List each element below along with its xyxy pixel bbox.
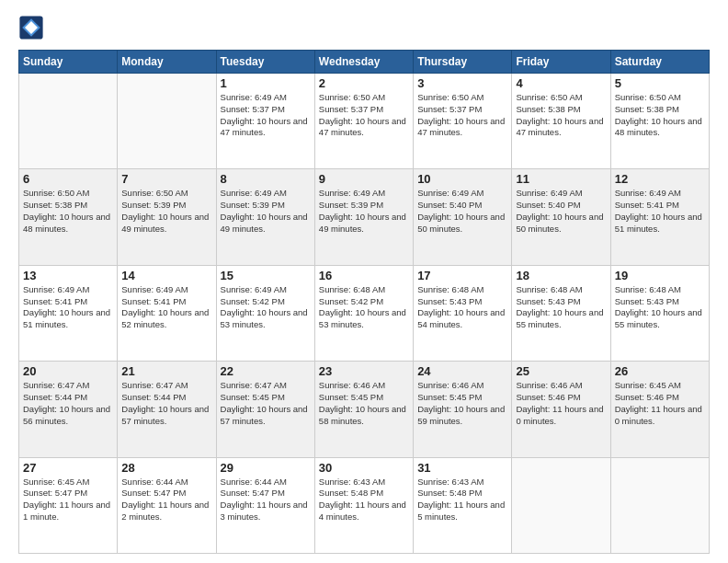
calendar-week-1: 1Sunrise: 6:49 AM Sunset: 5:37 PM Daylig… bbox=[19, 74, 710, 169]
calendar-cell: 18Sunrise: 6:48 AM Sunset: 5:43 PM Dayli… bbox=[512, 265, 610, 361]
logo bbox=[18, 15, 48, 40]
day-number: 1 bbox=[221, 76, 311, 90]
cell-text: Sunrise: 6:50 AM Sunset: 5:38 PM Dayligh… bbox=[23, 188, 113, 235]
day-number: 31 bbox=[417, 461, 507, 475]
cell-text: Sunrise: 6:46 AM Sunset: 5:45 PM Dayligh… bbox=[319, 380, 409, 427]
weekday-tuesday: Tuesday bbox=[216, 51, 314, 74]
cell-text: Sunrise: 6:49 AM Sunset: 5:41 PM Dayligh… bbox=[23, 284, 113, 331]
calendar-cell: 1Sunrise: 6:49 AM Sunset: 5:37 PM Daylig… bbox=[216, 74, 314, 169]
calendar-cell: 5Sunrise: 6:50 AM Sunset: 5:38 PM Daylig… bbox=[610, 74, 709, 169]
cell-text: Sunrise: 6:49 AM Sunset: 5:40 PM Dayligh… bbox=[417, 188, 507, 235]
calendar-week-4: 20Sunrise: 6:47 AM Sunset: 5:44 PM Dayli… bbox=[19, 362, 710, 457]
cell-text: Sunrise: 6:43 AM Sunset: 5:48 PM Dayligh… bbox=[417, 477, 507, 523]
calendar-cell: 3Sunrise: 6:50 AM Sunset: 5:37 PM Daylig… bbox=[414, 74, 512, 169]
calendar-cell: 6Sunrise: 6:50 AM Sunset: 5:38 PM Daylig… bbox=[19, 169, 118, 265]
weekday-monday: Monday bbox=[118, 51, 216, 74]
day-number: 10 bbox=[417, 172, 507, 186]
day-number: 14 bbox=[121, 269, 211, 282]
cell-text: Sunrise: 6:49 AM Sunset: 5:39 PM Dayligh… bbox=[221, 188, 311, 235]
day-number: 29 bbox=[221, 461, 311, 475]
cell-text: Sunrise: 6:49 AM Sunset: 5:37 PM Dayligh… bbox=[221, 92, 311, 139]
weekday-saturday: Saturday bbox=[610, 51, 709, 74]
day-number: 5 bbox=[615, 76, 705, 90]
calendar-cell bbox=[610, 457, 709, 553]
cell-text: Sunrise: 6:50 AM Sunset: 5:37 PM Dayligh… bbox=[319, 92, 409, 139]
day-number: 27 bbox=[23, 461, 113, 475]
day-number: 17 bbox=[417, 269, 507, 282]
generalblue-logo-icon bbox=[18, 15, 44, 40]
cell-text: Sunrise: 6:43 AM Sunset: 5:48 PM Dayligh… bbox=[319, 477, 409, 523]
day-number: 8 bbox=[221, 172, 311, 186]
cell-text: Sunrise: 6:49 AM Sunset: 5:42 PM Dayligh… bbox=[221, 284, 311, 331]
calendar-cell: 10Sunrise: 6:49 AM Sunset: 5:40 PM Dayli… bbox=[414, 169, 512, 265]
day-number: 11 bbox=[516, 172, 606, 186]
page: SundayMondayTuesdayWednesdayThursdayFrid… bbox=[0, 0, 728, 563]
day-number: 22 bbox=[221, 364, 311, 378]
calendar-cell: 21Sunrise: 6:47 AM Sunset: 5:44 PM Dayli… bbox=[118, 362, 216, 457]
weekday-wednesday: Wednesday bbox=[314, 51, 413, 74]
day-number: 20 bbox=[23, 364, 113, 378]
calendar-cell: 30Sunrise: 6:43 AM Sunset: 5:48 PM Dayli… bbox=[314, 457, 413, 553]
weekday-sunday: Sunday bbox=[19, 51, 118, 74]
cell-text: Sunrise: 6:48 AM Sunset: 5:43 PM Dayligh… bbox=[615, 284, 705, 331]
calendar-cell: 16Sunrise: 6:48 AM Sunset: 5:42 PM Dayli… bbox=[314, 265, 413, 361]
cell-text: Sunrise: 6:47 AM Sunset: 5:45 PM Dayligh… bbox=[221, 380, 311, 427]
calendar-cell: 8Sunrise: 6:49 AM Sunset: 5:39 PM Daylig… bbox=[216, 169, 314, 265]
day-number: 16 bbox=[319, 269, 409, 282]
calendar-cell: 22Sunrise: 6:47 AM Sunset: 5:45 PM Dayli… bbox=[216, 362, 314, 457]
cell-text: Sunrise: 6:50 AM Sunset: 5:37 PM Dayligh… bbox=[417, 92, 507, 139]
calendar-cell: 4Sunrise: 6:50 AM Sunset: 5:38 PM Daylig… bbox=[512, 74, 610, 169]
calendar-cell: 15Sunrise: 6:49 AM Sunset: 5:42 PM Dayli… bbox=[216, 265, 314, 361]
calendar-cell bbox=[512, 457, 610, 553]
calendar-cell: 26Sunrise: 6:45 AM Sunset: 5:46 PM Dayli… bbox=[610, 362, 709, 457]
cell-text: Sunrise: 6:49 AM Sunset: 5:41 PM Dayligh… bbox=[615, 188, 705, 235]
calendar-cell: 19Sunrise: 6:48 AM Sunset: 5:43 PM Dayli… bbox=[610, 265, 709, 361]
header bbox=[18, 15, 710, 40]
calendar-cell: 29Sunrise: 6:44 AM Sunset: 5:47 PM Dayli… bbox=[216, 457, 314, 553]
day-number: 13 bbox=[23, 269, 113, 282]
cell-text: Sunrise: 6:46 AM Sunset: 5:45 PM Dayligh… bbox=[417, 380, 507, 427]
calendar-cell: 24Sunrise: 6:46 AM Sunset: 5:45 PM Dayli… bbox=[414, 362, 512, 457]
calendar-cell: 20Sunrise: 6:47 AM Sunset: 5:44 PM Dayli… bbox=[19, 362, 118, 457]
cell-text: Sunrise: 6:49 AM Sunset: 5:41 PM Dayligh… bbox=[121, 284, 211, 331]
cell-text: Sunrise: 6:50 AM Sunset: 5:38 PM Dayligh… bbox=[615, 92, 705, 139]
day-number: 25 bbox=[516, 364, 606, 378]
cell-text: Sunrise: 6:50 AM Sunset: 5:38 PM Dayligh… bbox=[516, 92, 606, 139]
calendar-table: SundayMondayTuesdayWednesdayThursdayFrid… bbox=[18, 50, 710, 554]
cell-text: Sunrise: 6:48 AM Sunset: 5:43 PM Dayligh… bbox=[417, 284, 507, 331]
weekday-header-row: SundayMondayTuesdayWednesdayThursdayFrid… bbox=[19, 51, 710, 74]
calendar-cell: 27Sunrise: 6:45 AM Sunset: 5:47 PM Dayli… bbox=[19, 457, 118, 553]
calendar-cell bbox=[118, 74, 216, 169]
calendar-cell bbox=[19, 74, 118, 169]
calendar-cell: 23Sunrise: 6:46 AM Sunset: 5:45 PM Dayli… bbox=[314, 362, 413, 457]
weekday-friday: Friday bbox=[512, 51, 610, 74]
day-number: 3 bbox=[417, 76, 507, 90]
calendar-cell: 17Sunrise: 6:48 AM Sunset: 5:43 PM Dayli… bbox=[414, 265, 512, 361]
day-number: 23 bbox=[319, 364, 409, 378]
calendar-cell: 2Sunrise: 6:50 AM Sunset: 5:37 PM Daylig… bbox=[314, 74, 413, 169]
calendar-week-5: 27Sunrise: 6:45 AM Sunset: 5:47 PM Dayli… bbox=[19, 457, 710, 553]
day-number: 7 bbox=[121, 172, 211, 186]
cell-text: Sunrise: 6:48 AM Sunset: 5:42 PM Dayligh… bbox=[319, 284, 409, 331]
cell-text: Sunrise: 6:49 AM Sunset: 5:40 PM Dayligh… bbox=[516, 188, 606, 235]
cell-text: Sunrise: 6:49 AM Sunset: 5:39 PM Dayligh… bbox=[319, 188, 409, 235]
day-number: 28 bbox=[121, 461, 211, 475]
calendar-cell: 9Sunrise: 6:49 AM Sunset: 5:39 PM Daylig… bbox=[314, 169, 413, 265]
cell-text: Sunrise: 6:47 AM Sunset: 5:44 PM Dayligh… bbox=[121, 380, 211, 427]
day-number: 15 bbox=[221, 269, 311, 282]
calendar-cell: 31Sunrise: 6:43 AM Sunset: 5:48 PM Dayli… bbox=[414, 457, 512, 553]
day-number: 2 bbox=[319, 76, 409, 90]
cell-text: Sunrise: 6:48 AM Sunset: 5:43 PM Dayligh… bbox=[516, 284, 606, 331]
day-number: 18 bbox=[516, 269, 606, 282]
day-number: 4 bbox=[516, 76, 606, 90]
day-number: 6 bbox=[23, 172, 113, 186]
calendar-cell: 14Sunrise: 6:49 AM Sunset: 5:41 PM Dayli… bbox=[118, 265, 216, 361]
day-number: 9 bbox=[319, 172, 409, 186]
calendar-week-3: 13Sunrise: 6:49 AM Sunset: 5:41 PM Dayli… bbox=[19, 265, 710, 361]
cell-text: Sunrise: 6:45 AM Sunset: 5:47 PM Dayligh… bbox=[23, 477, 113, 523]
cell-text: Sunrise: 6:44 AM Sunset: 5:47 PM Dayligh… bbox=[221, 477, 311, 523]
day-number: 21 bbox=[121, 364, 211, 378]
cell-text: Sunrise: 6:47 AM Sunset: 5:44 PM Dayligh… bbox=[23, 380, 113, 427]
calendar-cell: 12Sunrise: 6:49 AM Sunset: 5:41 PM Dayli… bbox=[610, 169, 709, 265]
calendar-week-2: 6Sunrise: 6:50 AM Sunset: 5:38 PM Daylig… bbox=[19, 169, 710, 265]
